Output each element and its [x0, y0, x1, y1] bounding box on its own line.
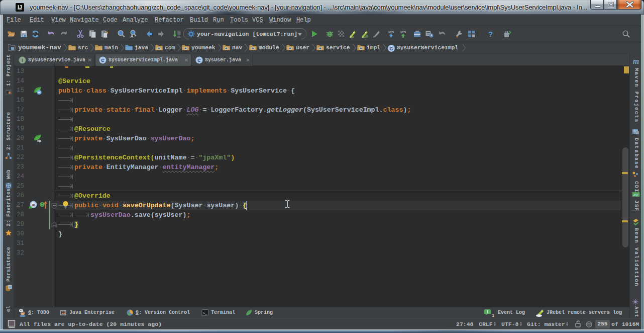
svg-text:JR: JR: [362, 35, 366, 38]
svg-text:?: ?: [488, 30, 493, 38]
svg-text:VCS: VCS: [400, 31, 406, 34]
svg-text:01: 01: [177, 36, 180, 38]
svg-text:VCS: VCS: [388, 31, 394, 34]
svg-text:>_: >_: [203, 311, 207, 315]
svg-text:JSF: JSF: [633, 193, 639, 197]
svg-text:m: m: [633, 57, 639, 65]
svg-text:m: m: [32, 203, 35, 208]
svg-text:C: C: [101, 58, 104, 63]
svg-text:A: A: [130, 34, 133, 39]
svg-text:C: C: [197, 58, 201, 63]
svg-text:I: I: [22, 58, 23, 63]
svg-text:C: C: [390, 46, 393, 51]
svg-text:JR: JR: [350, 35, 354, 38]
